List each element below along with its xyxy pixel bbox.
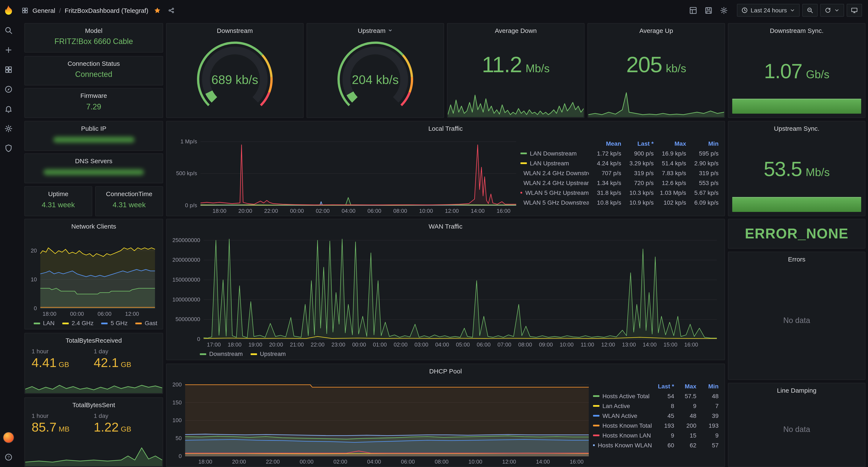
legend-row[interactable]: Hosts Active Total5457.548: [593, 391, 719, 401]
grafana-logo[interactable]: [0, 0, 17, 21]
legend-row[interactable]: WLAN 2.4 GHz Upstream1.34 kp/s720 p/s12.…: [521, 178, 719, 187]
sidebar: ?: [0, 0, 17, 467]
share-button[interactable]: [166, 5, 177, 16]
average-down-value: 11.2Mb/s: [447, 53, 584, 105]
sidebar-item-server-admin[interactable]: [0, 139, 17, 158]
svg-text:04:00: 04:00: [435, 341, 449, 348]
panel-total-bytes-sent: TotalBytesSent 1 hour 85.7MB 1 day 1.22G…: [24, 397, 163, 467]
legend-item[interactable]: Upstream: [250, 350, 286, 357]
sidebar-item-alerting[interactable]: [0, 99, 17, 119]
panel-title[interactable]: Model: [25, 24, 163, 35]
bytes-received-values: 1 hour 4.41GB 1 day 42.1GB: [25, 344, 163, 370]
network-clients-chart[interactable]: 0102018:0000:0006:0012:00: [28, 233, 159, 318]
svg-text:500 kp/s: 500 kp/s: [176, 170, 197, 176]
dashboard-title[interactable]: FritzBoxDashboard (Telegraf): [65, 7, 148, 14]
panel-title[interactable]: Local Traffic: [166, 121, 724, 135]
panel-title[interactable]: DNS Servers: [25, 154, 163, 165]
svg-text:12:00: 12:00: [502, 459, 516, 465]
legend-row[interactable]: Lan Active897: [593, 401, 719, 411]
favorite-star-button[interactable]: [152, 5, 162, 16]
svg-text:10:00: 10:00: [560, 341, 574, 348]
panel-connection-status: Connection Status Connected: [24, 56, 163, 85]
sidebar-item-help[interactable]: ?: [0, 447, 17, 467]
breadcrumb-folder[interactable]: General: [32, 7, 55, 14]
breadcrumb-separator: /: [59, 7, 61, 14]
sidebar-item-configuration[interactable]: [0, 119, 17, 139]
dhcp-pool-chart[interactable]: 05010015020018:0020:0022:0000:0002:0004:…: [170, 378, 593, 466]
legend-item[interactable]: Gast: [135, 320, 157, 326]
bell-icon: [4, 105, 13, 113]
compass-icon: [4, 85, 13, 94]
add-panel-button[interactable]: [686, 4, 699, 17]
panel-average-up: Average Up 205kb/s: [588, 23, 725, 118]
bytes-received-1d: 1 day 42.1GB: [94, 348, 156, 370]
local-traffic-chart[interactable]: 0 p/s500 kp/s1 Mp/s18:0020:0022:0000:000…: [170, 135, 521, 215]
legend-row[interactable]: Hosts Known WLAN606257: [593, 440, 719, 450]
legend-header: Last *MaxMin: [593, 381, 719, 391]
panel-title[interactable]: Uptime: [25, 187, 92, 198]
sidebar-item-create[interactable]: [0, 40, 17, 60]
panel-title[interactable]: Average Down: [447, 24, 584, 37]
refresh-button[interactable]: [820, 4, 844, 17]
upstream-sync-value: 53.5Mb/s: [728, 159, 865, 195]
unit: Gb/s: [806, 68, 830, 81]
average-up-value: 205kb/s: [588, 53, 724, 105]
panel-title[interactable]: Average Up: [588, 24, 724, 37]
panel-title-text: Upstream: [358, 27, 385, 34]
svg-text:12:00: 12:00: [125, 311, 139, 317]
panel-title[interactable]: Errors: [728, 252, 865, 266]
panel-title[interactable]: Downstream Sync.: [728, 24, 865, 37]
legend-row[interactable]: WLAN 5 GHz Downstream10.8 kp/s10.9 kp/s1…: [521, 197, 719, 207]
panel-title[interactable]: ConnectionTime: [96, 187, 163, 198]
panel-title[interactable]: Upstream Sync.: [728, 121, 865, 135]
panel-title[interactable]: WAN Traffic: [166, 219, 724, 233]
panel-connection-time: ConnectionTime 4.31 week: [95, 186, 163, 216]
svg-text:07:00: 07:00: [497, 341, 511, 348]
wan-traffic-chart[interactable]: 0500000001000000001500000002000000002500…: [170, 233, 721, 349]
toolbar: Last 24 hours: [686, 4, 862, 17]
panel-network-clients: Network Clients 0102018:0000:0006:0012:0…: [24, 219, 163, 329]
legend-row[interactable]: WLAN Active454839: [593, 411, 719, 420]
legend-row[interactable]: WLAN 5 GHz Upstream31.8 kp/s10.3 kp/s1.0…: [521, 187, 719, 197]
svg-text:22:00: 22:00: [311, 341, 324, 348]
legend-row[interactable]: WLAN 2.4 GHz Downstream707 p/s319 p/s7.8…: [521, 168, 719, 178]
legend-row[interactable]: LAN Upstream4.24 kp/s3.29 kp/s51.4 kp/s2…: [521, 158, 719, 168]
svg-text:100000000: 100000000: [172, 296, 200, 303]
panel-title[interactable]: TotalBytesReceived: [25, 333, 163, 344]
svg-text:689 kb/s: 689 kb/s: [211, 72, 258, 87]
svg-text:20:00: 20:00: [232, 459, 246, 465]
legend-item[interactable]: LAN: [33, 320, 55, 326]
panel-firmware: Firmware 7.29: [24, 88, 163, 118]
legend-item[interactable]: 5 GHz: [101, 320, 127, 326]
svg-text:12:00: 12:00: [445, 208, 459, 214]
panel-line-damping: Line Damping No data: [728, 383, 865, 467]
sidebar-item-dashboards[interactable]: [0, 60, 17, 80]
svg-text:20:00: 20:00: [269, 341, 283, 348]
zoom-out-button[interactable]: [802, 4, 817, 17]
sidebar-item-profile[interactable]: [0, 428, 17, 447]
cycle-view-button[interactable]: [847, 4, 862, 17]
panel-title[interactable]: Upstream: [307, 24, 444, 37]
panel-title[interactable]: Public IP: [25, 121, 163, 133]
panel-title[interactable]: Downstream: [166, 24, 303, 37]
panel-title[interactable]: TotalBytesSent: [25, 398, 163, 409]
panel-title[interactable]: Connection Status: [25, 56, 163, 67]
save-dashboard-button[interactable]: [702, 4, 715, 17]
legend-item[interactable]: 2.4 GHz: [62, 320, 94, 326]
dashboard-settings-button[interactable]: [717, 4, 730, 17]
panel-title[interactable]: DHCP Pool: [166, 364, 724, 378]
sidebar-item-explore[interactable]: [0, 80, 17, 99]
sidebar-item-search[interactable]: [0, 21, 17, 40]
panel-title[interactable]: Firmware: [25, 88, 163, 99]
legend-row[interactable]: Hosts Known LAN9159: [593, 430, 719, 440]
value: 53.5: [764, 159, 802, 179]
legend-row[interactable]: LAN Downstream1.72 kp/s900 p/s16.9 kp/s5…: [521, 148, 719, 158]
legend-item[interactable]: Downstream: [200, 350, 243, 357]
plus-icon: [4, 46, 13, 54]
panel-title[interactable]: Line Damping: [728, 383, 865, 397]
legend-row[interactable]: Hosts Known Total193200193: [593, 420, 719, 430]
svg-text:01:00: 01:00: [373, 341, 387, 348]
panel-title[interactable]: Network Clients: [25, 219, 163, 233]
time-range-picker[interactable]: Last 24 hours: [737, 4, 800, 17]
panel-error-status: ERROR_NONE: [728, 219, 865, 249]
